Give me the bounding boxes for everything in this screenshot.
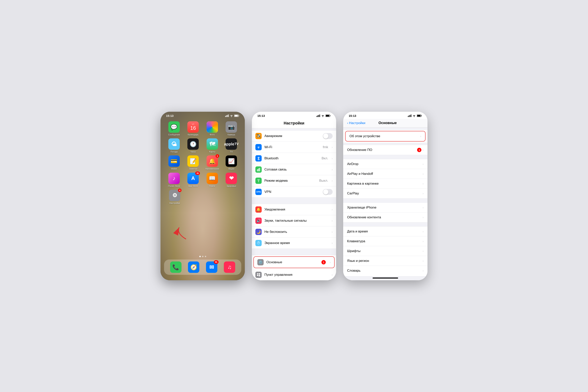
app-appstore-label: App Store [188, 185, 198, 188]
general-label: Основные [266, 260, 319, 264]
airplane-toggle[interactable] [323, 133, 332, 139]
app-camera-label: Камера [228, 134, 235, 136]
settings-title: Настройки [252, 119, 336, 128]
settings-item-wifi[interactable]: Wi-Fi fmk › [252, 142, 336, 153]
item-language[interactable]: Язык и регион › [343, 256, 428, 266]
item-airdrop[interactable]: AirDrop › [343, 159, 428, 169]
app-calendar[interactable]: ЧТ 16 Календарь [186, 121, 200, 136]
settings-item-notifications[interactable]: 🔔 Уведомления › [252, 204, 336, 215]
screentime-chevron: › [332, 242, 332, 244]
control-icon [256, 272, 262, 278]
osnovanye-highlight-border: ⚙️ Основные 1 › [254, 256, 334, 268]
settings-item-cell[interactable]: Сотовая связь › [252, 164, 336, 175]
time-home: 15:13 [166, 114, 174, 118]
status-bar-home: 15:13 [160, 112, 245, 118]
back-button[interactable]: ‹ Настройки [347, 121, 365, 125]
settings-item-hotspot[interactable]: Режим модема Выкл. › [252, 175, 336, 186]
svg-rect-23 [259, 275, 260, 276]
storage-chevron: › [422, 206, 424, 209]
main-container: 15:13 💬 Сообщения ЧТ [149, 100, 439, 292]
settings-section-general: ⚙️ Основные 1 › Пункт управления › [252, 255, 336, 280]
settings-section-notif: 🔔 Уведомления › 🔊 Звуки, тактильные сигн… [252, 204, 336, 249]
notif-chevron: › [332, 208, 332, 211]
app-weather[interactable]: 🌤 Погода [167, 138, 181, 153]
settings-item-general[interactable]: ⚙️ Основные 1 › [254, 257, 334, 268]
section-misc: Дата и время › Клавиатура › Шрифты › Язы… [343, 226, 428, 276]
svg-rect-22 [259, 273, 260, 274]
settings-item-airplane[interactable]: ✈️ Авиарежим [252, 130, 336, 142]
datetime-label: Дата и время [347, 230, 422, 234]
app-wallet[interactable]: 💳 Wallet [167, 156, 181, 170]
app-notes[interactable]: 📝 Заметки [186, 156, 200, 170]
app-calendar-label: Календарь [188, 134, 198, 136]
keyboard-chevron: › [422, 240, 424, 243]
app-stocks[interactable]: 📈 Акции [224, 156, 238, 170]
app-appstore[interactable]: A 35 App Store [186, 173, 200, 188]
home-bar [372, 278, 398, 278]
item-fonts[interactable]: Шрифты › [343, 246, 428, 256]
app-books[interactable]: 📖 Книги [205, 173, 220, 188]
settings-item-screentime[interactable]: ⏱ Экранное время › [252, 238, 336, 248]
dock-safari[interactable]: 🧭 [186, 262, 201, 273]
settings-item-dnd[interactable]: 🌙 Не беспокоить › [252, 226, 336, 238]
wifi-icon [230, 115, 233, 117]
hotspot-icon [256, 178, 262, 184]
settings-item-control[interactable]: Пункт управления › [252, 269, 336, 280]
item-about-device[interactable]: Об этом устройстве › [346, 131, 425, 141]
wifi-settings-icon [256, 144, 262, 150]
section-gap-3 [252, 249, 336, 255]
item-content-update[interactable]: Обновление контента › [343, 212, 428, 222]
item-storage[interactable]: Хранилище iPhone › [343, 203, 428, 212]
app-reminders[interactable]: 🔔 1 Напоминания [205, 156, 220, 170]
vpn-toggle[interactable] [323, 189, 332, 195]
app-messages[interactable]: 💬 Сообщения [167, 121, 181, 136]
item-dictionary[interactable]: Словарь › [343, 266, 428, 276]
item-software-update[interactable]: Обновление ПО 1 › [343, 145, 428, 155]
dock-phone[interactable]: 📞 [168, 262, 183, 273]
settings-item-bt[interactable]: Bluetooth Вкл. › [252, 153, 336, 164]
item-carplay[interactable]: CarPlay › [343, 188, 428, 198]
bt-chevron: › [332, 157, 332, 160]
airplane-icon: ✈️ [256, 133, 262, 139]
settings-item-sound[interactable]: 🔊 Звуки, тактильные сигналы › [252, 215, 336, 226]
item-datetime[interactable]: Дата и время › [343, 226, 428, 236]
dock-mail[interactable]: ✉ 95 [204, 262, 219, 273]
hotspot-label: Режим модема [264, 179, 316, 183]
item-pip[interactable]: Картинка в картинке › [343, 179, 428, 188]
nav-bar-osnovanye: ‹ Настройки Основные [343, 119, 428, 128]
gap-1 [343, 143, 428, 145]
back-chevron: ‹ [347, 121, 348, 125]
svg-rect-13 [330, 115, 330, 116]
app-settings[interactable]: ⚙ 4 Настройки [168, 190, 182, 204]
svg-rect-6 [234, 115, 238, 116]
app-camera[interactable]: 📷 Камера [224, 121, 238, 136]
app-notes-label: Заметки [189, 168, 197, 170]
time-settings: 15:13 [257, 114, 265, 118]
app-clock[interactable]: 🕐 Часы [186, 138, 200, 153]
settings-list: ✈️ Авиарежим Wi-Fi fmk › [252, 128, 336, 280]
hotspot-chevron: › [332, 179, 332, 182]
app-maps[interactable]: 🗺 Карты [205, 138, 220, 153]
app-itunes[interactable]: ♪ iTunes Store [167, 173, 181, 188]
app-row-2: 🌤 Погода 🕐 Часы 🗺 Карты appleTV [164, 138, 241, 154]
vpn-label: VPN [264, 190, 320, 194]
app-photos[interactable]: Фото [205, 121, 220, 136]
pip-chevron: › [422, 182, 424, 185]
dnd-label: Не беспокоить [264, 230, 329, 234]
app-reminders-label: Напоминания [206, 168, 219, 170]
item-airplay[interactable]: AirPlay и Handoff › [343, 169, 428, 179]
settings-item-vpn[interactable]: VPN VPN [252, 186, 336, 197]
app-health[interactable]: ❤ Здоровье [224, 173, 238, 188]
section-gap-1 [252, 128, 336, 130]
item-keyboard[interactable]: Клавиатура › [343, 236, 428, 246]
section-airdrop: AirDrop › AirPlay и Handoff › Картинка в… [343, 159, 428, 198]
gap-2 [343, 155, 428, 159]
svg-rect-2 [227, 115, 228, 117]
cell-icon [256, 166, 262, 173]
dock-music[interactable]: ♫ [222, 262, 237, 273]
settings-badge: 4 [178, 188, 182, 192]
wifi-value: fmk [323, 145, 328, 149]
app-tv[interactable]: appleTV TV [224, 138, 238, 153]
osnovanye-highlighted-container: ⚙️ Основные 1 › [254, 256, 334, 268]
control-chevron: › [332, 273, 332, 276]
